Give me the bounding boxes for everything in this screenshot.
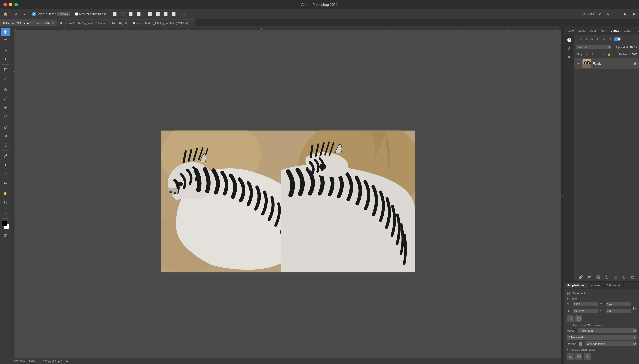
align-left-icon[interactable]: ⬜ <box>111 11 118 18</box>
canvas-x-input[interactable] <box>606 302 631 306</box>
prop-tab-propiedades[interactable]: Propiedades <box>564 283 588 288</box>
tab-close-icon[interactable]: ✕ <box>190 22 192 24</box>
canvas-area[interactable] <box>16 30 561 358</box>
filter-pixel-icon[interactable]: ⊞ <box>583 37 588 42</box>
gradient-tool[interactable] <box>2 132 10 140</box>
crop-tool[interactable] <box>2 66 10 74</box>
add-mask-icon[interactable] <box>595 274 601 280</box>
align-right-icon[interactable]: ⬜ <box>127 11 134 18</box>
tab-close-icon[interactable]: ✕ <box>125 22 127 24</box>
bit-depth-select[interactable]: 8 bits/canal <box>567 335 636 340</box>
auto-select-checkbox[interactable] <box>33 12 36 16</box>
3d-roll-icon[interactable]: ◎ <box>605 11 611 18</box>
panel-tab-motivos[interactable]: Moti <box>598 28 608 33</box>
delete-layer-icon[interactable] <box>629 274 636 280</box>
spot-heal-tool[interactable] <box>2 85 10 94</box>
shape-tool[interactable] <box>2 178 10 187</box>
marquee-tool[interactable] <box>2 37 10 46</box>
home-icon[interactable]: 🏠 <box>2 11 9 18</box>
layer-effects-icon[interactable]: fx <box>586 274 593 280</box>
canvas-image[interactable] <box>161 130 415 272</box>
align-side-icon[interactable]: ≣ <box>566 53 573 61</box>
link-layers-icon[interactable]: 🔗 <box>577 274 584 280</box>
add-adjustment-icon[interactable] <box>603 274 610 280</box>
3d-scale-icon[interactable]: ▣ <box>630 11 637 18</box>
distribute-right-icon[interactable]: ⬜ <box>170 11 177 18</box>
extra-tools[interactable]: ··· <box>2 209 10 218</box>
hand-tool[interactable]: ✋ <box>2 189 10 198</box>
lock-all-icon[interactable]: 🔒 <box>607 52 611 56</box>
eyedropper-tool[interactable] <box>2 74 10 83</box>
capa-dropdown[interactable]: Capa ▾ <box>57 12 70 16</box>
3d-slide-icon[interactable]: ▶ <box>622 11 628 18</box>
close-button[interactable] <box>4 3 7 6</box>
path-selection-tool[interactable]: ↗ <box>2 170 10 178</box>
brush-tool[interactable] <box>2 94 10 103</box>
move-tool[interactable] <box>2 28 10 36</box>
filter-shape-icon[interactable]: ▭ <box>601 37 606 42</box>
expand-canvas-icon[interactable] <box>575 316 582 322</box>
reglas-section-title[interactable]: Reglas y cuadrículas <box>567 348 636 351</box>
canvas-y-input[interactable] <box>606 309 631 313</box>
filter-adjustment-icon[interactable]: ◑ <box>589 37 594 42</box>
fill-select[interactable]: Color de fondo <box>585 341 636 346</box>
tab-close-icon[interactable]: ✕ <box>52 22 54 24</box>
lock-paint-icon[interactable]: ✎ <box>590 52 595 56</box>
create-group-icon[interactable] <box>612 274 618 280</box>
history-brush-tool[interactable]: ↺ <box>2 112 10 121</box>
lock-artboard-icon[interactable]: ◻ <box>601 52 606 56</box>
clone-tool[interactable]: ⊛ <box>2 103 10 112</box>
prop-tab-ajustes[interactable]: Ajustes <box>588 283 603 288</box>
panel-tab-muestras[interactable]: Mues <box>576 28 587 33</box>
traffic-lights[interactable] <box>4 3 18 6</box>
tab-shop[interactable]: shop-768499_1920.jpg al 92% (RGB/8#) ✕ <box>130 20 195 26</box>
distribute-left-icon[interactable]: ⬜ <box>162 11 169 18</box>
fill-color-swatch[interactable] <box>579 342 582 346</box>
move-tool-options[interactable]: ⊕ <box>13 11 20 18</box>
filter-type-icon[interactable]: T <box>595 37 600 42</box>
screen-mode-tool[interactable] <box>2 240 10 249</box>
blend-mode-select[interactable]: Normal <box>576 45 611 49</box>
mostrar-label[interactable]: Mostrar contr. transf. <box>75 12 106 16</box>
canvas-width-input[interactable] <box>573 302 598 306</box>
panel-tab-color[interactable]: Colo <box>566 28 576 33</box>
distribute-v-icon[interactable]: ⬜ <box>146 11 153 18</box>
panel-collapse-button[interactable]: ‹ <box>561 26 564 364</box>
auto-select-label[interactable]: Selec. autom.: <box>33 12 56 16</box>
lock-transparent-icon[interactable]: ⊘ <box>585 52 589 56</box>
link-aspect-ratio[interactable]: ⛓ <box>632 306 636 311</box>
tab-moon[interactable]: moon-2285627.jpg al 87,2% (Capa 1, RGB/8… <box>57 20 130 26</box>
fullscreen-button[interactable] <box>15 3 18 6</box>
tab-cebra[interactable]: Cebra PNG.psd al 105% (RGB/8#) ✕ <box>0 20 57 26</box>
lock-position-icon[interactable]: ✛ <box>596 52 600 56</box>
canvas-height-input[interactable] <box>573 309 598 313</box>
3d-rotate-icon[interactable]: ⟳ <box>596 11 603 18</box>
perspective-grid-icon[interactable] <box>584 353 591 360</box>
zoom-tool[interactable] <box>2 198 10 207</box>
magic-wand-tool[interactable]: ✦ <box>2 55 10 63</box>
panel-tab-capas[interactable]: Capas <box>608 28 621 33</box>
ruler-icon[interactable] <box>567 353 574 360</box>
mode-select[interactable]: Color RGB <box>578 328 636 333</box>
more-options-icon[interactable]: ··· <box>181 11 188 18</box>
panel-tab-canales[interactable]: Cana <box>621 28 632 33</box>
lasso-tool[interactable]: ⌀ <box>2 46 10 54</box>
align-top-icon[interactable]: ⬜ <box>135 11 141 18</box>
filter-toggle[interactable] <box>613 38 620 41</box>
align-center-h-icon[interactable]: ⬛ <box>119 11 126 18</box>
minimize-button[interactable] <box>9 3 13 6</box>
filter-smart-icon[interactable]: ◻ <box>607 37 612 42</box>
eraser-tool[interactable] <box>2 123 10 132</box>
grid-icon[interactable] <box>575 353 582 360</box>
move-options-arrow[interactable]: ▾ <box>21 11 28 18</box>
fit-canvas-icon[interactable] <box>567 316 574 322</box>
layer-visibility-icon[interactable]: 👁 <box>576 61 581 66</box>
history-icon[interactable]: 🕐 <box>566 36 573 44</box>
panel-tab-degradados[interactable]: Degr <box>588 28 598 33</box>
lienzo-section-title[interactable]: Lienzo <box>567 297 636 300</box>
quick-mask-tool[interactable] <box>2 231 10 240</box>
layer-item-fondo[interactable]: 👁 <box>574 58 639 69</box>
panel-tab-trazados[interactable]: Traza <box>633 28 639 33</box>
dodge-tool[interactable] <box>2 141 10 149</box>
3d-pan-icon[interactable]: ✛ <box>613 11 620 18</box>
